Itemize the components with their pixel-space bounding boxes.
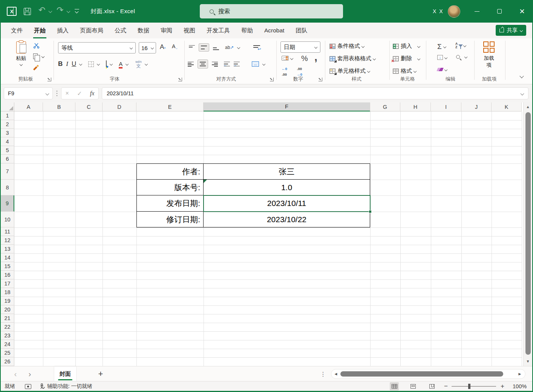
table-value-cell-F10[interactable]: 2023/10/22: [204, 212, 370, 227]
column-header-D[interactable]: D: [103, 102, 136, 111]
increase-indent-button[interactable]: →: [234, 62, 240, 67]
column-header-E[interactable]: E: [136, 102, 204, 111]
tab-插入[interactable]: 插入: [51, 23, 74, 38]
row-header-18[interactable]: 18: [1, 288, 14, 297]
cell-styles-button[interactable]: 单元格样式: [329, 67, 370, 75]
row-header-26[interactable]: 26: [1, 357, 14, 366]
orientation-dropdown[interactable]: [237, 46, 240, 49]
column-header-G[interactable]: G: [370, 102, 400, 111]
shrink-font-button[interactable]: A ˇ: [172, 44, 175, 49]
font-size-select[interactable]: 16: [139, 42, 156, 53]
decrease-decimal-button[interactable]: .00→0: [297, 67, 302, 77]
tab-审阅[interactable]: 审阅: [155, 23, 178, 38]
table-value-cell-F8[interactable]: 1.0: [204, 180, 370, 195]
fill-button[interactable]: ↓: [437, 55, 447, 60]
decrease-indent-button[interactable]: ←: [224, 62, 230, 67]
borders-dropdown[interactable]: [97, 63, 100, 66]
add-sheet-button[interactable]: +: [94, 366, 107, 381]
table-label-cell-E7[interactable]: 作者:: [136, 163, 204, 180]
normal-view-button[interactable]: [390, 381, 399, 391]
alignment-dialog-launcher[interactable]: [270, 78, 274, 81]
row-header-13[interactable]: 13: [1, 245, 14, 253]
page-break-view-button[interactable]: [427, 381, 437, 391]
top-align-button[interactable]: [189, 45, 195, 50]
zoom-level[interactable]: 100%: [513, 381, 527, 391]
avatar[interactable]: [448, 5, 460, 18]
undo-button[interactable]: ↶: [38, 6, 45, 14]
row-header-20[interactable]: 20: [1, 305, 14, 314]
close-button[interactable]: ×: [513, 0, 531, 23]
align-right-button[interactable]: [212, 62, 218, 67]
zoom-in-button[interactable]: +: [501, 381, 504, 391]
table-value-cell-F7[interactable]: 张三: [204, 163, 370, 180]
expand-formula-bar-button[interactable]: [521, 92, 524, 95]
sheetbar-more-handle[interactable]: ⋮: [319, 366, 327, 381]
row-header-19[interactable]: 19: [1, 297, 14, 305]
conditional-formatting-button[interactable]: 条件格式: [329, 43, 364, 50]
column-header-I[interactable]: I: [431, 102, 461, 111]
format-as-table-button[interactable]: 套用表格格式: [329, 55, 375, 62]
row-header-5[interactable]: 5: [1, 146, 14, 155]
cut-button[interactable]: [33, 43, 40, 50]
column-header-J[interactable]: J: [461, 102, 492, 111]
scroll-left-icon[interactable]: ◀: [331, 372, 340, 376]
underline-button[interactable]: U: [72, 60, 76, 68]
row-header-3[interactable]: 3: [1, 129, 14, 137]
fill-color-button[interactable]: [106, 61, 107, 67]
font-name-select[interactable]: 等线: [58, 42, 136, 53]
center-button-active[interactable]: [198, 59, 208, 69]
format-painter-button[interactable]: [32, 65, 39, 72]
accessibility-status[interactable]: 辅助功能: 一切就绪: [39, 381, 92, 391]
table-label-cell-E10[interactable]: 修订日期:: [136, 212, 204, 227]
column-header-A[interactable]: A: [14, 102, 43, 111]
search-box[interactable]: 搜索: [200, 4, 343, 18]
align-left-button[interactable]: [188, 62, 194, 67]
namebox-resize-handle[interactable]: [56, 90, 58, 97]
maximize-button[interactable]: [491, 0, 508, 23]
collapse-ribbon-button[interactable]: [519, 74, 524, 78]
next-sheet-button[interactable]: ›: [24, 366, 35, 381]
bottom-align-button[interactable]: [213, 45, 219, 50]
select-all-corner[interactable]: [1, 102, 14, 111]
redo-button[interactable]: ↷: [57, 6, 63, 14]
zoom-slider-handle[interactable]: [468, 384, 470, 389]
quick-access-toolbar-button[interactable]: [75, 9, 79, 13]
redo-dropdown[interactable]: [67, 10, 70, 12]
phonetic-dropdown[interactable]: [145, 63, 148, 66]
tab-视图[interactable]: 视图: [178, 23, 201, 38]
enter-button[interactable]: ✓: [77, 90, 82, 97]
tab-帮助[interactable]: 帮助: [236, 23, 259, 38]
table-value-cell-F9[interactable]: 2023/10/11: [204, 195, 370, 212]
merge-dropdown[interactable]: [262, 63, 265, 66]
accounting-dropdown[interactable]: [290, 56, 293, 59]
tab-开发工具[interactable]: 开发工具: [201, 23, 236, 38]
row-header-14[interactable]: 14: [1, 253, 14, 262]
sort-filter-button[interactable]: AZ: [455, 42, 466, 49]
addins-button[interactable]: 加载项: [476, 41, 501, 76]
font-color-button[interactable]: A: [119, 61, 123, 67]
phonetic-guide-button[interactable]: wén 文: [135, 60, 142, 68]
accounting-format-button[interactable]: [282, 56, 293, 61]
page-layout-view-button[interactable]: [409, 381, 418, 391]
font-color-dropdown[interactable]: [126, 63, 129, 66]
insert-cells-button[interactable]: 插入: [393, 43, 420, 50]
table-label-cell-E9[interactable]: 发布日期:: [136, 195, 204, 212]
row-header-9[interactable]: 9: [1, 195, 14, 212]
copy-button[interactable]: [33, 53, 44, 59]
table-label-cell-E8[interactable]: 版本号:: [136, 180, 204, 195]
row-header-6[interactable]: 6: [1, 155, 14, 163]
format-cells-button[interactable]: 格式: [393, 67, 416, 75]
merge-center-button[interactable]: ↔: [252, 61, 259, 67]
underline-dropdown[interactable]: [79, 63, 82, 66]
zoom-slider[interactable]: [452, 381, 496, 391]
sheet-tab-active[interactable]: 封面: [54, 366, 76, 381]
column-header-B[interactable]: B: [43, 102, 75, 111]
row-header-24[interactable]: 24: [1, 340, 14, 349]
excel-app-icon[interactable]: X: [6, 6, 17, 17]
horizontal-scroll-thumb[interactable]: [340, 371, 503, 377]
column-header-K[interactable]: K: [492, 102, 522, 111]
tab-文件[interactable]: 文件: [5, 23, 28, 38]
row-header-10[interactable]: 10: [1, 212, 14, 227]
row-header-25[interactable]: 25: [1, 349, 14, 357]
comma-style-button[interactable]: ,: [314, 51, 317, 63]
